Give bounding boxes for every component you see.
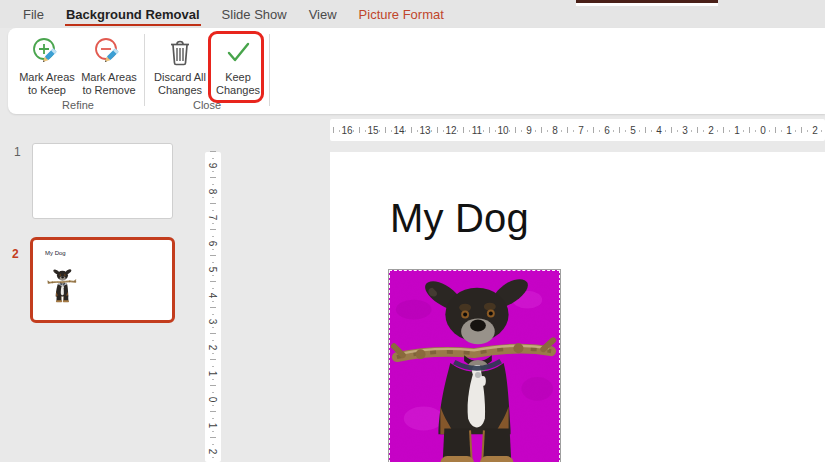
horizontal-ruler: 161514131211109876543210123 [330, 119, 825, 141]
group-label-close: Close [149, 99, 265, 114]
mark-areas-remove-icon [93, 36, 125, 68]
ruler-number: 2 [802, 119, 825, 141]
ruler-number: 6 [205, 230, 221, 256]
tab-file[interactable]: File [22, 3, 45, 26]
ruler-number: 1 [776, 119, 802, 141]
dog-picture[interactable] [388, 269, 561, 462]
tab-background-removal[interactable]: Background Removal [65, 3, 201, 26]
ruler-number: 14 [386, 119, 412, 141]
ruler-number: 12 [438, 119, 464, 141]
ruler-number: 10 [490, 119, 516, 141]
tab-view[interactable]: View [308, 3, 338, 26]
slide-thumbnail-2[interactable]: My Dog [30, 237, 175, 323]
ruler-number: 2 [205, 438, 221, 462]
button-label: Discard All Changes [154, 71, 206, 97]
ruler-number: 4 [646, 119, 672, 141]
thumbnail-title: My Dog [45, 250, 66, 256]
group-separator [269, 34, 270, 106]
window-edge-artifact [576, 0, 718, 6]
keep-check-icon [222, 36, 254, 68]
ruler-number: 3 [205, 308, 221, 334]
ribbon: Mark Areas to Keep Mark Areas [8, 28, 825, 114]
ruler-number: 3 [672, 119, 698, 141]
slide-thumbnail-panel: 1 2 My Dog [0, 114, 200, 462]
slide-thumbnail-1[interactable] [32, 143, 173, 219]
group-separator [144, 34, 145, 106]
ruler-number: 5 [620, 119, 646, 141]
ruler-number: 16 [334, 119, 360, 141]
ruler-number: 2 [205, 334, 221, 360]
tab-label: Background Removal [66, 7, 200, 22]
ruler-number: 7 [205, 204, 221, 230]
ruler-number: 0 [205, 386, 221, 412]
ribbon-group-refine: Mark Areas to Keep Mark Areas [16, 33, 140, 114]
thumbnail-dog-image [47, 260, 77, 310]
ruler-number: 1 [205, 412, 221, 438]
ruler-number: 15 [360, 119, 386, 141]
slide-number: 1 [14, 145, 21, 159]
slide-title[interactable]: My Dog [390, 196, 529, 241]
ruler-number: 4 [205, 282, 221, 308]
ruler-number: 9 [205, 152, 221, 178]
ruler-number: 7 [568, 119, 594, 141]
ruler-number: 8 [542, 119, 568, 141]
mark-areas-keep-icon [31, 36, 63, 68]
group-label-refine: Refine [16, 99, 140, 114]
ruler-number: 13 [412, 119, 438, 141]
ruler-number: 9 [516, 119, 542, 141]
button-label: Mark Areas to Remove [81, 71, 137, 97]
ribbon-group-close: Discard All Changes Keep Changes Close [149, 33, 265, 114]
ruler-number: 5 [205, 256, 221, 282]
ruler-number: 6 [594, 119, 620, 141]
discard-trash-icon [164, 36, 196, 68]
slide-canvas: My Dog [330, 152, 825, 462]
active-tab-underline [65, 24, 201, 26]
dog-image [389, 270, 560, 462]
ruler-number: 11 [464, 119, 490, 141]
ruler-number: 2 [698, 119, 724, 141]
ruler-number: 8 [205, 178, 221, 204]
ruler-number: 0 [750, 119, 776, 141]
button-label: Mark Areas to Keep [19, 71, 75, 97]
button-label: Keep Changes [216, 71, 260, 97]
ruler-number: 1 [724, 119, 750, 141]
vertical-ruler: 987654321012 [205, 152, 221, 462]
mark-areas-to-keep-button[interactable]: Mark Areas to Keep [16, 33, 78, 97]
slide-number-selected: 2 [12, 247, 19, 261]
keep-changes-button[interactable]: Keep Changes [211, 33, 265, 97]
tab-picture-format[interactable]: Picture Format [358, 3, 445, 26]
tab-slide-show[interactable]: Slide Show [221, 3, 288, 26]
mark-areas-to-remove-button[interactable]: Mark Areas to Remove [78, 33, 140, 97]
ruler-number: 1 [205, 360, 221, 386]
discard-all-changes-button[interactable]: Discard All Changes [149, 33, 211, 97]
